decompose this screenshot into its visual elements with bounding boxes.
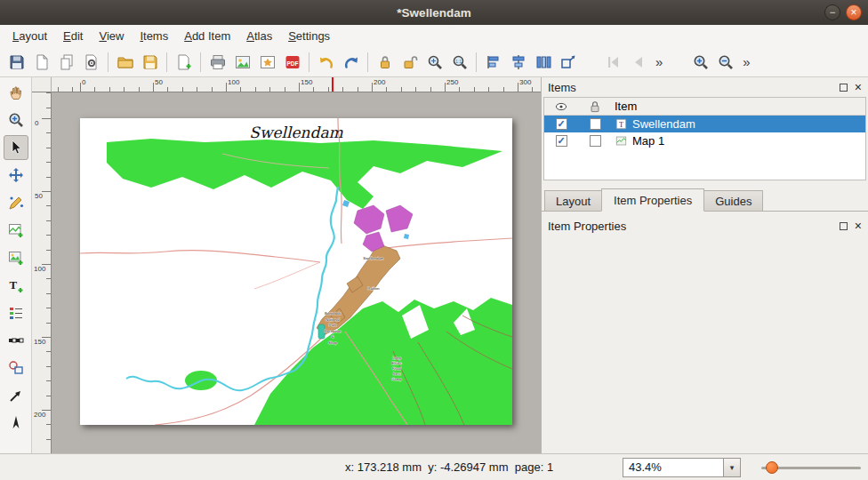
export-image-button[interactable] [230,50,254,74]
save-template-button[interactable] [138,50,162,74]
redo-button[interactable] [339,50,363,74]
map-label-camp-line: Elsies [391,361,401,365]
zoom-full-button[interactable] [422,50,446,74]
menu-atlas[interactable]: Atlas [238,27,280,45]
map-item[interactable]: Swellendam Railton Bontebok National Par… [80,118,512,425]
qgis-layout-window: *Swellendam − × Layout Edit View Items A… [0,0,868,480]
items-panel-float-icon[interactable] [840,84,848,92]
zoom-slider-handle[interactable] [766,461,778,474]
select-move-item-tool-button[interactable] [4,135,28,160]
window-title: *Swellendam [397,6,470,20]
atlas-previous-button[interactable] [626,50,650,74]
titlebar[interactable]: *Swellendam − × [0,0,868,25]
add-picture-button[interactable] [4,245,28,270]
zoom-tool-button[interactable] [4,108,28,132]
add-label-button[interactable] [4,273,28,298]
add-shape-button[interactable] [4,356,28,380]
new-layout-icon [33,53,51,71]
lock-items-button[interactable] [373,50,397,74]
layout-manager-button[interactable] [79,50,103,74]
zoom-actual-button[interactable] [447,50,471,74]
duplicate-layout-button[interactable] [54,50,78,74]
new-layout-button[interactable] [29,50,53,74]
load-template-button[interactable] [113,50,137,74]
map-title-label[interactable]: Swellendam [80,124,512,141]
lock-items-icon [376,53,394,71]
undo-button[interactable] [314,50,338,74]
ruler-number: 200 [374,78,385,86]
zoom-dropdown-button[interactable]: ▾ [723,459,740,476]
add-map-button[interactable] [4,218,28,243]
visibility-checkbox[interactable]: ✓ [556,118,567,130]
zoom-in-button[interactable] [688,50,712,74]
unlock-items-button[interactable] [398,50,422,74]
menubar: Layout Edit View Items Add Item Atlas Se… [0,25,868,47]
zoom-slider[interactable] [761,467,861,469]
layout-canvas[interactable]: Swellendam [52,92,541,453]
menu-settings[interactable]: Settings [280,27,338,45]
map-greenery [107,139,512,425]
add-scalebar-icon [7,332,25,349]
save-project-icon [8,53,26,71]
redo-icon [342,53,360,71]
move-item-content-tool-button[interactable] [4,163,28,188]
add-arrow-button[interactable] [4,383,28,408]
save-template-icon [141,53,159,71]
add-pages-button[interactable] [172,50,196,74]
pan-hand-icon [7,84,25,101]
tab-layout[interactable]: Layout [544,190,602,211]
ruler-number: 50 [155,78,163,86]
lock-checkbox[interactable] [590,135,601,147]
add-scalebar-button[interactable] [4,328,28,353]
ruler-number: 50 [35,192,43,200]
resize-items-button[interactable] [556,50,580,74]
zoom-full-icon [426,53,444,71]
menu-add-item[interactable]: Add Item [176,27,238,45]
tab-item-properties[interactable]: Item Properties [601,188,704,212]
item-label: Swellendam [632,117,695,131]
toolbar-overflow-chevron[interactable]: » [651,54,667,69]
layout-manager-icon [83,53,100,71]
zoom-level-value[interactable]: 43.4% [623,459,723,476]
menu-view[interactable]: View [91,27,132,45]
items-panel-close-icon[interactable]: × [855,81,862,93]
window-controls: − × [824,0,862,25]
items-panel-header: Items × [542,77,868,97]
atlas-first-button[interactable] [601,50,625,74]
item-properties-panel-header: Item Properties × [542,216,868,236]
menu-layout[interactable]: Layout [4,27,55,45]
pan-tool-button[interactable] [4,80,28,105]
visibility-checkbox[interactable]: ✓ [556,135,567,147]
edit-nodes-tool-button[interactable] [4,190,28,215]
zoom-out-button[interactable] [713,50,737,74]
export-pdf-button[interactable] [280,50,304,74]
align-items-button[interactable] [481,50,505,74]
tab-guides[interactable]: Guides [703,190,763,211]
zoom-level-combobox[interactable]: 43.4% ▾ [623,458,741,477]
table-row-swellendam[interactable]: ✓ Swellendam [544,116,865,132]
distribute-items-button[interactable] [531,50,555,74]
layout-page[interactable]: Swellendam [80,118,512,425]
minimize-button[interactable]: − [824,4,840,20]
add-north-arrow-button[interactable] [4,411,28,436]
item-label: Map 1 [632,134,664,148]
map-label-park-line: & [332,334,334,339]
menu-edit[interactable]: Edit [55,27,91,45]
table-row-map1[interactable]: ✓ Map 1 [544,132,865,149]
item-properties-close-icon[interactable]: × [855,220,862,232]
ruler-number: 150 [34,338,45,346]
align-center-button[interactable] [506,50,530,74]
menu-items[interactable]: Items [132,27,176,45]
lock-checkbox[interactable] [590,118,601,130]
cursor-coordinates: x: 173.218 mm y: -4.26947 mm page: 1 [345,460,553,474]
print-icon [209,53,227,71]
label-item-icon [615,117,628,131]
save-project-button[interactable] [4,50,28,74]
item-properties-float-icon[interactable] [840,222,848,230]
add-legend-button[interactable] [4,300,28,325]
print-button[interactable] [205,50,229,74]
navigation-overflow-chevron[interactable]: » [738,54,754,69]
export-svg-button[interactable] [255,50,279,74]
close-button[interactable]: × [846,4,862,20]
toolbar-separator [200,52,201,72]
